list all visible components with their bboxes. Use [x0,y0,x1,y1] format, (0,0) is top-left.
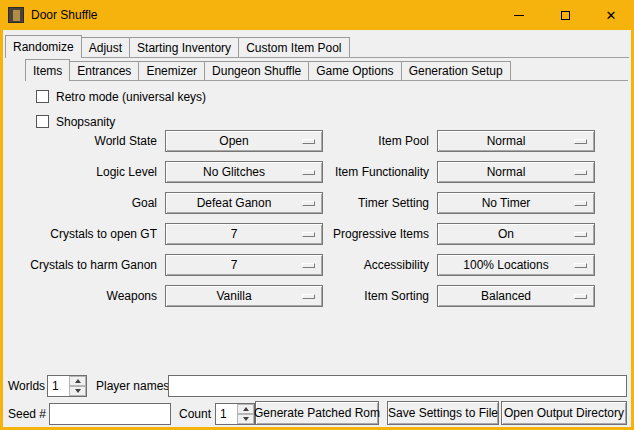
inner-tab-bar: Items Entrances Enemizer Dungeon Shuffle… [25,59,511,81]
progressive-items-row: Progressive Items On [285,223,595,245]
worlds-spin-up-icon[interactable] [69,376,86,386]
item-pool-row: Item Pool Normal [285,130,595,152]
dropdown-indicator-icon [574,170,587,175]
accessibility-value: 100% Locations [463,258,568,272]
retro-mode-checkbox[interactable] [36,90,49,103]
crystals-open-gt-label: Crystals to open GT [7,227,165,241]
maximize-icon [561,11,570,20]
tab-generation-setup[interactable]: Generation Setup [401,61,511,80]
logic-level-value: No Glitches [203,165,285,179]
close-icon: ✕ [606,9,617,22]
seed-label: Seed # [8,407,46,421]
progressive-items-dropdown[interactable]: On [437,223,595,245]
item-functionality-value: Normal [487,165,546,179]
app-icon[interactable] [8,7,24,23]
logic-level-label: Logic Level [7,165,165,179]
count-spin-down-icon[interactable] [237,414,254,424]
accessibility-row: Accessibility 100% Locations [285,254,595,276]
goal-value: Defeat Ganon [197,196,292,210]
app-window: Door Shuffle ✕ Randomize Adjust Starting… [0,0,634,430]
save-settings-button[interactable]: Save Settings to File [387,401,499,425]
maximize-button[interactable] [542,0,588,30]
open-output-directory-button[interactable]: Open Output Directory [501,401,627,425]
dropdown-indicator-icon [574,139,587,144]
shopsanity-row: Shopsanity [36,114,115,129]
tab-enemizer[interactable]: Enemizer [138,61,205,80]
crystals-harm-ganon-label: Crystals to harm Ganon [7,258,165,272]
crystals-open-gt-row: Crystals to open GT 7 [7,223,327,245]
logic-level-row: Logic Level No Glitches [7,161,327,183]
close-button[interactable]: ✕ [588,0,634,30]
timer-setting-label: Timer Setting [285,196,437,210]
tab-randomize[interactable]: Randomize [5,35,82,58]
shopsanity-checkbox[interactable] [36,115,49,128]
crystals-open-gt-value: 7 [231,227,258,241]
generate-patched-rom-button[interactable]: Generate Patched Rom [255,401,379,425]
count-spinbox[interactable]: 1 [215,403,255,425]
item-sorting-row: Item Sorting Balanced [285,285,595,307]
world-state-label: World State [7,134,165,148]
options-right-column: Item Pool Normal Item Functionality Norm… [285,130,595,316]
title-bar: Door Shuffle ✕ [0,0,634,30]
timer-setting-dropdown[interactable]: No Timer [437,192,595,214]
item-sorting-label: Item Sorting [285,289,437,303]
count-spinner-arrows [237,404,254,424]
progressive-items-value: On [498,227,534,241]
worlds-spin-down-icon[interactable] [69,386,86,396]
item-functionality-label: Item Functionality [285,165,437,179]
player-names-input[interactable] [168,375,627,397]
dropdown-indicator-icon [574,232,587,237]
count-label: Count [179,407,211,421]
progressive-items-label: Progressive Items [285,227,437,241]
count-spin-up-icon[interactable] [237,404,254,414]
item-pool-label: Item Pool [285,134,437,148]
world-state-value: Open [219,134,268,148]
weapons-label: Weapons [7,289,165,303]
weapons-value: Vanilla [216,289,271,303]
worlds-label: Worlds [8,379,45,393]
worlds-spinbox[interactable]: 1 [47,375,87,397]
dropdown-indicator-icon [574,294,587,299]
timer-setting-value: No Timer [482,196,551,210]
worlds-value: 1 [52,376,59,396]
item-sorting-value: Balanced [481,289,551,303]
tab-game-options[interactable]: Game Options [308,61,401,80]
tab-custom-item-pool[interactable]: Custom Item Pool [238,37,349,57]
tab-adjust[interactable]: Adjust [81,37,130,57]
tab-items[interactable]: Items [25,59,70,81]
options-left-column: World State Open Logic Level No Glitches… [7,130,327,316]
window-controls: ✕ [496,0,634,30]
goal-row: Goal Defeat Ganon [7,192,327,214]
tab-dungeon-shuffle[interactable]: Dungeon Shuffle [204,61,309,80]
crystals-harm-ganon-value: 7 [231,258,258,272]
item-pool-value: Normal [487,134,546,148]
accessibility-label: Accessibility [285,258,437,272]
item-pool-dropdown[interactable]: Normal [437,130,595,152]
accessibility-dropdown[interactable]: 100% Locations [437,254,595,276]
item-sorting-dropdown[interactable]: Balanced [437,285,595,307]
count-value: 1 [220,404,227,424]
window-content: Randomize Adjust Starting Inventory Cust… [3,30,631,427]
window-title: Door Shuffle [31,8,98,22]
minimize-button[interactable] [496,0,542,30]
item-functionality-row: Item Functionality Normal [285,161,595,183]
shopsanity-label: Shopsanity [56,115,115,129]
minimize-icon [514,15,524,16]
seed-input[interactable] [49,403,171,425]
top-tab-bar: Randomize Adjust Starting Inventory Cust… [5,35,350,58]
tab-entrances[interactable]: Entrances [69,61,139,80]
retro-mode-label: Retro mode (universal keys) [56,90,206,104]
tab-starting-inventory[interactable]: Starting Inventory [129,37,239,57]
player-names-label: Player names [96,379,169,393]
goal-label: Goal [7,196,165,210]
worlds-spinner-arrows [69,376,86,396]
timer-setting-row: Timer Setting No Timer [285,192,595,214]
dropdown-indicator-icon [574,201,587,206]
weapons-row: Weapons Vanilla [7,285,327,307]
retro-mode-row: Retro mode (universal keys) [36,89,206,104]
item-functionality-dropdown[interactable]: Normal [437,161,595,183]
crystals-harm-ganon-row: Crystals to harm Ganon 7 [7,254,327,276]
world-state-row: World State Open [7,130,327,152]
dropdown-indicator-icon [574,263,587,268]
